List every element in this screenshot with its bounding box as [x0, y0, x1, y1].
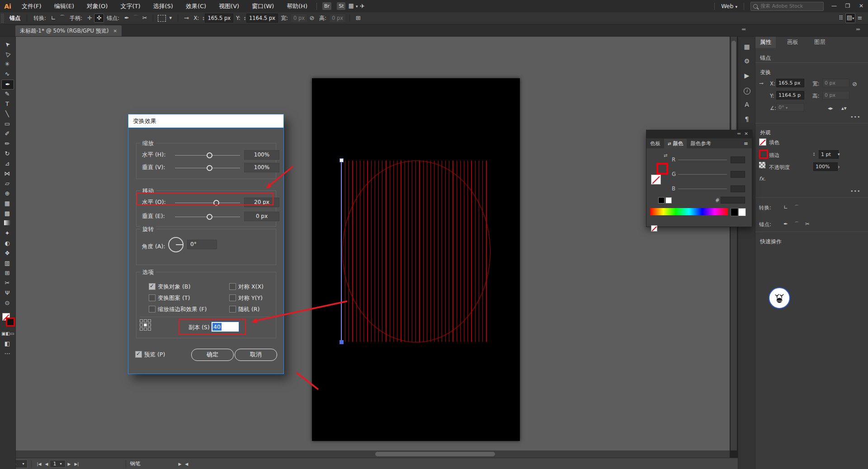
prop-height-input[interactable]: 0 px: [822, 91, 849, 99]
tool-paintbrush[interactable]: ✐: [1, 129, 13, 138]
cancel-button[interactable]: 取消: [235, 349, 277, 361]
search-input[interactable]: [760, 3, 816, 9]
tool-slice[interactable]: ✂: [1, 279, 13, 288]
tool-rotate[interactable]: ↻: [1, 149, 13, 158]
transform-panel-icon[interactable]: ⊞: [354, 14, 363, 23]
tool-direct-selection[interactable]: ▷: [1, 50, 13, 59]
tool-selection[interactable]: ➤: [1, 40, 13, 49]
y-stepper[interactable]: ▴▾: [244, 16, 245, 20]
appearance-more-options[interactable]: •••: [850, 188, 860, 194]
convert-smooth-icon[interactable]: ⌒: [794, 204, 800, 211]
fx-button[interactable]: fx.: [759, 175, 766, 182]
expand-dock-icon[interactable]: ««: [741, 27, 745, 32]
show-handles-icon[interactable]: ✛: [85, 14, 94, 23]
scale-h-input[interactable]: 100%: [244, 150, 279, 160]
panel-grip[interactable]: [1, 14, 4, 23]
align-anchor-icon[interactable]: ⊸: [182, 14, 191, 23]
reflect-x-checkbox[interactable]: [229, 283, 236, 290]
workspace-layout-icon[interactable]: ▤▾: [845, 13, 855, 23]
dialog-title[interactable]: 变换效果: [128, 114, 283, 128]
menu-window[interactable]: 窗口(W): [245, 0, 280, 12]
tool-blend[interactable]: ◐: [1, 239, 13, 248]
green-slider[interactable]: [678, 174, 727, 175]
preview-checkbox[interactable]: [135, 351, 142, 358]
tool-line-segment[interactable]: ╲: [1, 109, 13, 118]
black-swatch[interactable]: [658, 197, 665, 204]
opacity-expand-icon[interactable]: ›: [838, 164, 840, 170]
stroke-weight-stepper[interactable]: ▴▾: [813, 152, 815, 156]
white-swatch[interactable]: [665, 197, 672, 204]
reference-point-selector[interactable]: [140, 319, 151, 331]
horizontal-scrollbar[interactable]: [15, 450, 730, 458]
menu-select[interactable]: 选择(S): [146, 0, 179, 12]
reference-point-icon[interactable]: ⊸: [759, 80, 764, 86]
opacity-dropdown[interactable]: 100%: [813, 162, 838, 171]
none-swatch[interactable]: [651, 225, 657, 232]
ok-button[interactable]: 确定: [191, 349, 234, 361]
color-spectrum[interactable]: [650, 208, 728, 215]
blue-slider[interactable]: [678, 189, 727, 189]
collapse-dock-icon[interactable]: »»: [856, 27, 859, 32]
paragraph-panel-icon[interactable]: ¶: [738, 115, 755, 123]
tool-lasso[interactable]: ∿: [1, 70, 13, 79]
x-stepper[interactable]: ▴▾: [203, 16, 204, 20]
restore-button[interactable]: ❐: [841, 0, 854, 12]
next-artboard-button[interactable]: ▶: [66, 462, 72, 466]
smooth-anchor-icon[interactable]: ⌒: [794, 221, 800, 227]
tool-free-transform[interactable]: ▱: [1, 179, 13, 188]
tool-artboard[interactable]: ⊞: [1, 269, 13, 278]
tool-zoom[interactable]: ⊙: [1, 298, 13, 308]
tool-curvature[interactable]: ✎: [1, 90, 13, 99]
add-anchor-icon[interactable]: ✒: [783, 221, 788, 227]
y-input[interactable]: 1164.5 px: [246, 14, 278, 23]
x-input[interactable]: 165.5 px: [205, 14, 233, 23]
stroke-dropdown-icon[interactable]: ▾: [838, 152, 840, 156]
tab-color-guide[interactable]: 颜色参考: [687, 139, 715, 148]
menu-effect[interactable]: 效果(C): [179, 0, 212, 12]
cut-path-icon[interactable]: ✂: [140, 14, 149, 23]
close-document-icon[interactable]: ✕: [113, 28, 117, 33]
bbox-dropdown-icon[interactable]: ▾: [167, 14, 174, 23]
settings-panel-icon[interactable]: ⚙: [738, 57, 755, 65]
menu-edit[interactable]: 编辑(E): [48, 0, 80, 12]
stock-button[interactable]: St: [337, 2, 345, 10]
tool-rectangle[interactable]: ▭: [1, 119, 13, 128]
convert-corner-icon[interactable]: ∟: [783, 204, 788, 210]
tool-eyedropper[interactable]: ✦: [1, 229, 13, 238]
bridge-button[interactable]: Br: [322, 2, 331, 10]
green-value-input[interactable]: [731, 171, 745, 178]
fill-color-swatch[interactable]: [759, 138, 766, 146]
move-h-input[interactable]: 20 px: [244, 198, 279, 207]
last-artboard-button[interactable]: ▶|: [72, 462, 80, 466]
document-tab[interactable]: 未标题-1* @ 50% (RGB/GPU 预览) ✕: [15, 25, 122, 36]
tool-scale[interactable]: ⊿: [1, 159, 13, 168]
spectrum-black-swatch[interactable]: [731, 208, 738, 216]
move-h-slider-thumb[interactable]: [213, 200, 219, 206]
convert-smooth-icon[interactable]: ⌒: [58, 14, 67, 23]
minimize-button[interactable]: —: [827, 0, 841, 12]
tool-perspective-grid[interactable]: ▦: [1, 199, 13, 208]
share-icon[interactable]: ✈: [358, 2, 367, 11]
menu-file[interactable]: 文件(F): [15, 0, 48, 12]
artboard-number-dropdown[interactable]: 1▾: [50, 460, 66, 468]
angle-dial[interactable]: [168, 237, 184, 252]
panel-list-icon[interactable]: ≡: [855, 14, 864, 23]
menu-help[interactable]: 帮助(H): [280, 0, 314, 12]
hex-input[interactable]: [721, 197, 745, 204]
menu-type[interactable]: 文字(T): [114, 0, 146, 12]
menu-view[interactable]: 视图(V): [212, 0, 245, 12]
transform-more-options[interactable]: •••: [850, 114, 860, 120]
tool-shaper[interactable]: ✏: [1, 139, 13, 148]
reflect-y-checkbox[interactable]: [229, 294, 236, 301]
menu-object[interactable]: 对象(O): [80, 0, 114, 12]
link-dimensions-icon[interactable]: ⊘: [852, 81, 857, 87]
red-slider[interactable]: [678, 160, 727, 160]
tool-mesh[interactable]: ▩: [1, 209, 13, 218]
selected-line-path[interactable]: [341, 160, 342, 342]
color-panel-header[interactable]: «« ✕: [646, 130, 752, 138]
tab-properties[interactable]: 属性: [755, 36, 776, 48]
first-artboard-button[interactable]: |◀: [35, 462, 43, 466]
layout-switcher-icon[interactable]: ▦ ▾: [348, 1, 358, 11]
tool-gradient[interactable]: [1, 219, 13, 228]
fill-proxy-swatch[interactable]: [651, 175, 661, 185]
